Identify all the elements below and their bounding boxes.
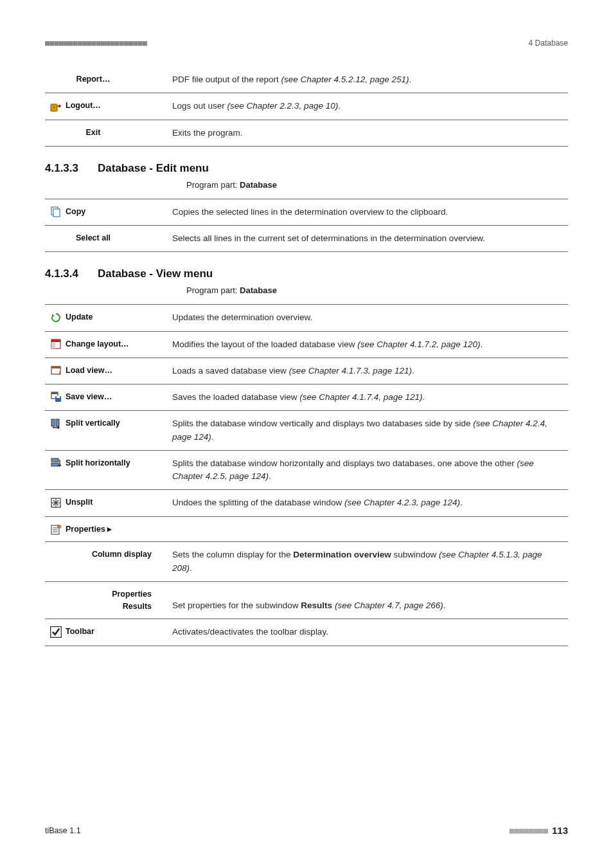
svg-rect-5 [51,339,60,342]
svg-rect-12 [57,396,60,398]
program-part-edit: Program part: Database [45,177,568,199]
section-title: Database - View menu [98,267,213,280]
split-vertical-icon [50,418,62,429]
menu-item-label: PropertiesResults [112,588,152,613]
unsplit-icon [50,497,62,509]
menu-item-description: Splits the database window horizontally … [167,450,568,490]
checkbox-checked-icon [50,626,62,638]
table-row: Load view… Loads a saved database view (… [45,357,568,384]
menu-item-description: Updates the determination overview. [167,305,568,331]
file-menu-table: Report… PDF file output of the report (s… [45,67,568,147]
split-horizontal-icon [50,457,62,469]
table-row: Select all Selects all lines in the curr… [45,226,568,252]
table-row: Exit Exits the program. [45,120,568,146]
section-heading-view: 4.1.3.4 Database - View menu [45,252,568,283]
section-number: 4.1.3.3 [45,162,78,175]
menu-item-label: Copy [66,206,85,218]
logout-icon [50,100,62,112]
menu-item-label: Toolbar [66,626,94,638]
table-row: Update Updates the determination overvie… [45,305,568,331]
section-number: 4.1.3.4 [45,267,78,280]
copy-icon [50,206,62,217]
menu-item-label: Properties ▸ [66,523,112,536]
page-number: 113 [552,825,568,836]
svg-point-19 [57,525,61,529]
table-row: Save view… Saves the loaded database vie… [45,384,568,411]
menu-item-label: Split vertically [66,417,120,429]
header-dashes: ■■■■■■■■■■■■■■■■■■■■■■ [45,39,147,48]
table-row: Split vertically Splits the database win… [45,411,568,451]
svg-rect-15 [51,458,58,462]
menu-item-description: Copies the selected lines in the determi… [167,199,568,225]
svg-rect-14 [56,419,59,426]
footer-dashes: ■■■■■■■■ [510,826,548,835]
table-row: Toolbar Activates/deactivates the toolba… [45,619,568,646]
load-view-icon [50,365,62,376]
svg-rect-8 [51,366,60,368]
table-row: Column display Sets the column display f… [45,542,568,582]
menu-item-description: PDF file output of the report (see Chapt… [167,67,568,93]
menu-item-label: Select all [76,232,111,244]
edit-menu-table: Copy Copies the selected lines in the de… [45,199,568,253]
menu-item-description: Logs out user (see Chapter 2.2.3, page 1… [167,93,568,120]
svg-point-1 [53,107,55,108]
section-title: Database - Edit menu [98,162,209,175]
menu-item-label: Update [66,311,93,323]
page-header: ■■■■■■■■■■■■■■■■■■■■■■ 4 Database [45,39,568,67]
menu-item-description: Sets the column display for the Determin… [167,542,568,582]
table-row: PropertiesResults Set properties for the… [45,581,568,619]
view-menu-table: Update Updates the determination overvie… [45,304,568,646]
menu-item-label: Logout… [66,100,101,112]
page-footer: tiBase 1.1 ■■■■■■■■ 113 [45,825,568,836]
menu-item-label: Report… [76,73,111,86]
menu-item-description: Selects all lines in the current set of … [167,226,568,252]
menu-item-label: Save view… [66,391,112,403]
save-view-icon [50,391,62,402]
menu-item-description: Loads a saved database view (see Chapter… [167,357,568,384]
layout-icon [50,338,62,350]
menu-item-label: Exit [86,127,101,139]
menu-item-description: Splits the database window vertically an… [167,411,568,451]
table-row: Split horizontally Splits the database w… [45,450,568,490]
svg-rect-3 [53,209,60,217]
table-row: Logout… Logs out user (see Chapter 2.2.3… [45,93,568,120]
svg-rect-16 [51,463,58,466]
refresh-icon [50,312,62,323]
program-part-view: Program part: Database [45,283,568,304]
svg-rect-10 [51,392,58,394]
menu-item-description: Activates/deactivates the toolbar displa… [167,619,568,646]
footer-left: tiBase 1.1 [45,826,81,835]
menu-item-label: Load view… [66,365,112,377]
menu-item-label: Change layout… [66,338,129,350]
table-row: Properties ▸ [45,516,568,542]
table-row: Change layout… Modifies the layout of th… [45,331,568,357]
menu-item-description: Set properties for the subwindow Results… [167,581,568,619]
table-row: Unsplit Undoes the splitting of the data… [45,490,568,516]
svg-rect-6 [51,343,55,348]
table-row: Report… PDF file output of the report (s… [45,67,568,93]
menu-item-description: Exits the program. [167,120,568,146]
svg-rect-13 [51,419,55,426]
menu-item-label: Unsplit [66,496,93,509]
table-row: Copy Copies the selected lines in the de… [45,199,568,225]
properties-icon [50,523,62,535]
menu-item-label: Split horizontally [66,457,130,469]
section-heading-edit: 4.1.3.3 Database - Edit menu [45,147,568,177]
menu-item-description [167,516,568,542]
menu-item-description: Saves the loaded database view (see Chap… [167,384,568,411]
menu-item-label: Column display [92,548,152,561]
menu-item-description: Modifies the layout of the loaded databa… [167,331,568,357]
menu-item-description: Undoes the splitting of the database win… [167,490,568,516]
header-chapter: 4 Database [529,39,568,48]
